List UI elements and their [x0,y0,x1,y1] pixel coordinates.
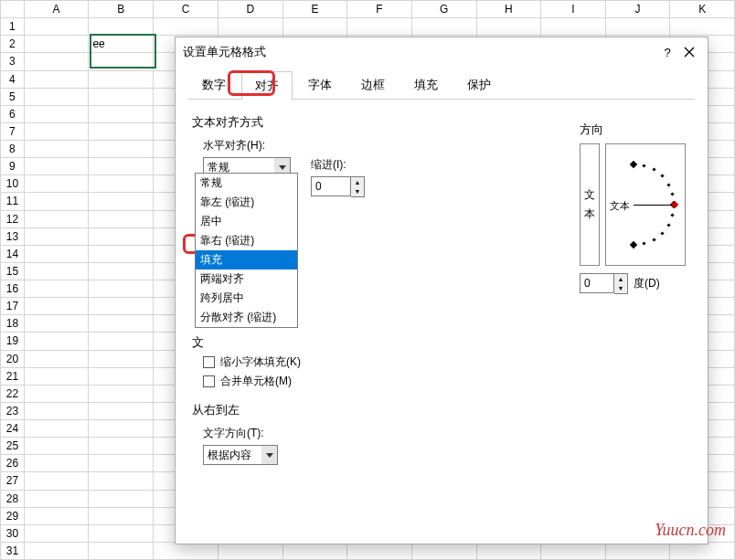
row-header-2[interactable]: 2 [1,36,25,53]
cell-B21[interactable] [89,367,154,385]
row-header-25[interactable]: 25 [1,438,25,455]
cell-A30[interactable] [24,524,89,542]
cell-A9[interactable] [24,158,89,175]
cell-J31[interactable] [605,542,670,559]
tab-3[interactable]: 边框 [347,70,399,99]
cell-B15[interactable] [89,262,154,280]
cell-H1[interactable] [476,18,541,36]
col-header-I[interactable]: I [541,1,606,18]
close-button[interactable] [678,41,700,63]
tab-1[interactable]: 对齐 [241,71,293,100]
row-header-6[interactable]: 6 [1,105,25,122]
indent-up[interactable]: ▲ [351,177,364,187]
select-all[interactable] [1,1,25,18]
cell-J1[interactable] [605,18,670,36]
row-header-7[interactable]: 7 [1,122,25,140]
cell-A13[interactable] [24,227,89,245]
help-button[interactable]: ? [656,41,678,63]
cell-B13[interactable] [89,227,154,245]
cell-H31[interactable] [476,542,541,559]
tab-4[interactable]: 填充 [400,70,452,99]
cell-D1[interactable] [218,18,282,36]
cell-A12[interactable] [24,210,89,227]
cell-B9[interactable] [89,158,154,175]
row-header-14[interactable]: 14 [1,245,25,262]
cell-F31[interactable] [347,542,412,559]
cell-A8[interactable] [24,141,89,158]
tab-2[interactable]: 字体 [294,70,346,99]
cell-A3[interactable] [24,53,89,70]
cell-A14[interactable] [24,245,89,262]
row-header-28[interactable]: 28 [1,490,25,507]
cell-A27[interactable] [24,472,89,490]
cell-B18[interactable] [89,315,154,333]
halign-option-6[interactable]: 跨列居中 [196,289,297,308]
cell-B11[interactable] [89,193,154,210]
cell-B16[interactable] [89,280,154,298]
cell-A23[interactable] [24,402,89,419]
halign-dropdown-list[interactable]: 常规靠左 (缩进)居中靠右 (缩进)填充两端对齐跨列居中分散对齐 (缩进) [195,173,298,328]
cell-B31[interactable] [89,542,154,559]
col-header-E[interactable]: E [282,1,347,18]
cell-B17[interactable] [89,298,154,315]
cell-A7[interactable] [24,122,89,140]
row-header-30[interactable]: 30 [1,524,25,542]
cell-B3[interactable] [89,53,154,70]
row-header-18[interactable]: 18 [1,315,25,333]
orient-dial[interactable]: 文本 [605,143,686,266]
indent-input[interactable] [311,176,351,196]
cell-B8[interactable] [89,141,154,158]
row-header-26[interactable]: 26 [1,455,25,472]
cell-A5[interactable] [24,88,89,105]
row-header-15[interactable]: 15 [1,262,25,280]
row-header-27[interactable]: 27 [1,472,25,490]
degree-spinner[interactable]: ▲ ▼ [580,273,628,294]
cell-B5[interactable] [89,88,154,105]
degree-input[interactable] [580,273,614,293]
shrink-checkbox[interactable]: 缩小字体填充(K) [203,354,691,370]
row-header-19[interactable]: 19 [1,333,25,350]
cell-A2[interactable] [24,36,89,53]
cell-A15[interactable] [24,262,89,280]
cell-A20[interactable] [24,350,89,367]
cell-B22[interactable] [89,385,154,402]
col-header-J[interactable]: J [605,1,670,18]
row-header-17[interactable]: 17 [1,298,25,315]
cell-A29[interactable] [24,507,89,524]
row-header-20[interactable]: 20 [1,350,25,367]
textdir-dropdown-button[interactable] [261,445,278,465]
halign-option-2[interactable]: 居中 [196,212,297,231]
cell-A10[interactable] [24,175,89,193]
cell-A22[interactable] [24,385,89,402]
cell-G1[interactable] [411,18,476,36]
cell-B7[interactable] [89,122,154,140]
cell-A18[interactable] [24,315,89,333]
indent-down[interactable]: ▼ [351,187,364,197]
cell-B27[interactable] [89,472,154,490]
cell-B10[interactable] [89,175,154,193]
cell-B12[interactable] [89,210,154,227]
tab-0[interactable]: 数字 [188,70,240,99]
degree-up[interactable]: ▲ [614,274,627,284]
cell-A19[interactable] [24,333,89,350]
cell-C31[interactable] [154,542,218,559]
cell-B14[interactable] [89,245,154,262]
row-header-29[interactable]: 29 [1,507,25,524]
degree-down[interactable]: ▼ [614,284,627,294]
cell-A24[interactable] [24,420,89,438]
col-header-A[interactable]: A [24,1,89,18]
halign-option-3[interactable]: 靠右 (缩进) [196,231,297,250]
row-header-4[interactable]: 4 [1,70,25,88]
cell-B23[interactable] [89,402,154,419]
cell-A16[interactable] [24,280,89,298]
row-header-5[interactable]: 5 [1,88,25,105]
cell-F1[interactable] [347,18,412,36]
cell-I31[interactable] [541,542,606,559]
cell-A4[interactable] [24,70,89,88]
indent-spinner[interactable]: ▲ ▼ [311,176,365,197]
row-header-10[interactable]: 10 [1,175,25,193]
cell-A6[interactable] [24,105,89,122]
cell-A31[interactable] [24,542,89,559]
halign-option-0[interactable]: 常规 [196,174,297,193]
row-header-9[interactable]: 9 [1,158,25,175]
